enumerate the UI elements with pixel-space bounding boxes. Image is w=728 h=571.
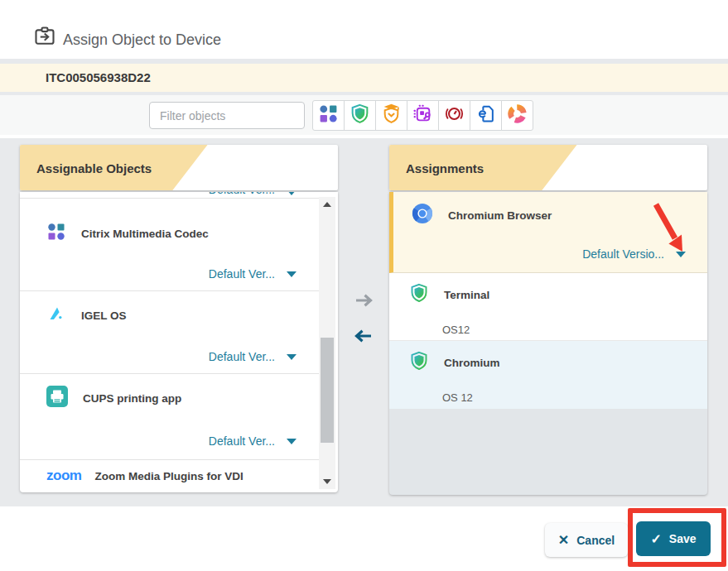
object-name: Chromium Browser bbox=[448, 209, 552, 222]
object-type-filter-group bbox=[312, 100, 533, 131]
assignments-list: Chromium Browser Default Versio... Termi… bbox=[389, 192, 707, 495]
device-bar: ITC005056938D22 bbox=[0, 64, 728, 92]
object-name: Zoom Media Plugins for VDI bbox=[94, 470, 243, 482]
object-name: IGEL OS bbox=[81, 309, 127, 322]
chevron-down-icon[interactable] bbox=[287, 271, 297, 277]
object-name: Citrix Multimedia Codec bbox=[81, 228, 209, 240]
list-item-zoom-media-plugins[interactable]: zoom Zoom Media Plugins for VDI bbox=[20, 460, 320, 492]
orange-pink-pie-icon bbox=[507, 103, 528, 127]
object-filter-toolbar bbox=[0, 95, 728, 135]
check-icon: ✓ bbox=[650, 531, 661, 547]
assignable-objects-title: Assignable Objects bbox=[36, 161, 152, 175]
filter-profiles-button[interactable] bbox=[344, 100, 376, 131]
assignment-item-chromium[interactable]: Chromium OS 12 bbox=[389, 341, 707, 409]
filter-priority-profiles-button[interactable] bbox=[438, 100, 470, 131]
green-shield-icon bbox=[409, 283, 429, 306]
device-id: ITC005056938D22 bbox=[46, 64, 151, 92]
dialog-title: Assign Object to Device bbox=[63, 31, 221, 49]
unassign-left-arrow-button[interactable] bbox=[353, 329, 373, 347]
filter-files-button[interactable] bbox=[470, 100, 502, 131]
green-shield-icon bbox=[350, 103, 370, 127]
version-dropdown-label[interactable]: Default Ver... bbox=[209, 267, 275, 281]
filter-firmware-customizations-button[interactable] bbox=[407, 100, 439, 131]
assign-right-arrow-button[interactable] bbox=[354, 293, 374, 311]
igel-logo-icon bbox=[46, 304, 66, 327]
purple-chip-wrench-icon bbox=[412, 103, 433, 127]
apps-icon bbox=[318, 103, 339, 127]
cancel-button[interactable]: ✕ Cancel bbox=[545, 523, 628, 557]
dialog-footer: ✕ Cancel ✓ Save bbox=[0, 506, 728, 571]
object-os-version: OS12 bbox=[442, 324, 470, 336]
chevron-down-icon[interactable] bbox=[676, 252, 686, 257]
apps-icon bbox=[46, 222, 66, 245]
chevron-down-icon[interactable] bbox=[287, 192, 297, 195]
save-button[interactable]: ✓ Save bbox=[636, 521, 711, 556]
assignment-item-chromium-browser[interactable]: Chromium Browser Default Versio... bbox=[389, 192, 707, 273]
close-icon: ✕ bbox=[558, 532, 569, 548]
printer-icon bbox=[46, 386, 68, 410]
red-gauge-icon bbox=[444, 103, 465, 127]
scrollbar[interactable] bbox=[319, 197, 335, 489]
chevron-down-icon[interactable] bbox=[287, 439, 297, 444]
cancel-button-label: Cancel bbox=[576, 534, 615, 547]
assignment-item-terminal[interactable]: Terminal OS12 bbox=[389, 273, 707, 341]
assignments-panel-header: Assignments bbox=[389, 145, 707, 190]
scrollbar-thumb[interactable] bbox=[321, 338, 334, 443]
list-item-partial-top[interactable]: Default Ver... bbox=[20, 192, 320, 199]
object-name: Chromium bbox=[444, 357, 500, 369]
save-button-label: Save bbox=[669, 532, 697, 545]
version-dropdown-label[interactable]: Default Versio... bbox=[582, 247, 664, 261]
list-item-cups-printing-app[interactable]: CUPS printing app Default Ver... bbox=[20, 374, 320, 460]
list-item-citrix-multimedia-codec[interactable]: Citrix Multimedia Codec Default Ver... bbox=[20, 199, 320, 291]
assignments-title: Assignments bbox=[406, 161, 484, 175]
scroll-down-icon[interactable] bbox=[319, 474, 335, 489]
scroll-up-icon[interactable] bbox=[319, 197, 335, 212]
object-name: Terminal bbox=[444, 289, 489, 301]
chevron-down-icon[interactable] bbox=[287, 354, 297, 360]
list-item-igel-os[interactable]: IGEL OS Default Ver... bbox=[20, 291, 320, 374]
green-shield-icon bbox=[409, 351, 429, 374]
zoom-logo: zoom bbox=[46, 468, 81, 484]
assignable-objects-panel-header: Assignable Objects bbox=[20, 145, 338, 190]
version-dropdown-label[interactable]: Default Ver... bbox=[209, 434, 275, 448]
assign-object-icon bbox=[33, 25, 56, 51]
orange-shield-graduation-icon bbox=[381, 103, 402, 127]
assignable-objects-list: Default Ver... Citrix Multimedia Codec D… bbox=[20, 192, 338, 492]
filter-master-profiles-button[interactable] bbox=[375, 100, 407, 131]
blue-file-clip-icon bbox=[475, 103, 496, 127]
object-name: CUPS printing app bbox=[83, 392, 181, 405]
version-dropdown-label[interactable]: Default Ver... bbox=[209, 350, 275, 363]
chromium-browser-icon bbox=[412, 203, 433, 228]
version-dropdown-label[interactable]: Default Ver... bbox=[209, 192, 275, 196]
dialog-header: Assign Object to Device bbox=[0, 0, 728, 59]
filter-template-profiles-button[interactable] bbox=[501, 100, 533, 131]
filter-apps-button[interactable] bbox=[312, 100, 345, 131]
filter-objects-input[interactable] bbox=[149, 102, 305, 129]
object-os-version: OS 12 bbox=[442, 391, 473, 404]
